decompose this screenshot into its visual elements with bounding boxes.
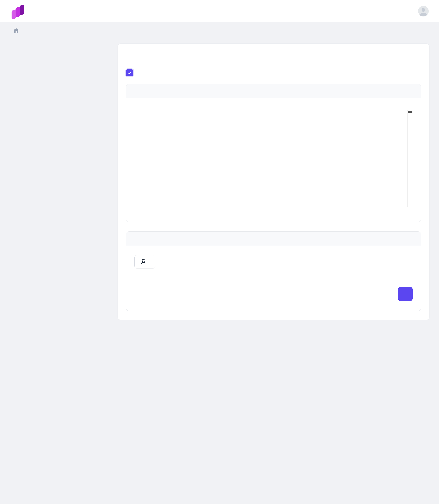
brand-logo[interactable] bbox=[10, 3, 26, 19]
secrets-card-header bbox=[126, 232, 421, 246]
enabled-checkbox[interactable] bbox=[126, 69, 133, 76]
editor-scrollbar-track[interactable] bbox=[407, 110, 413, 207]
brand-logo-icon bbox=[10, 3, 26, 19]
user-avatar-icon bbox=[418, 6, 429, 16]
editor-scrollbar-thumb[interactable] bbox=[408, 111, 413, 113]
flask-icon bbox=[140, 259, 146, 265]
form-footer bbox=[126, 278, 421, 311]
user-avatar[interactable] bbox=[418, 6, 429, 16]
check-icon bbox=[127, 70, 132, 75]
yaml-editor[interactable] bbox=[134, 110, 413, 207]
main-panel bbox=[118, 44, 429, 320]
enabled-row bbox=[118, 61, 429, 76]
page-title bbox=[0, 34, 439, 37]
breadcrumb bbox=[0, 22, 439, 34]
configuration-card bbox=[126, 84, 421, 222]
secrets-card bbox=[126, 232, 421, 311]
save-configuration-button[interactable] bbox=[398, 287, 413, 301]
test-connection-button[interactable] bbox=[134, 255, 155, 269]
configuration-card-header bbox=[126, 84, 421, 98]
sidebar bbox=[10, 44, 110, 45]
home-icon[interactable] bbox=[13, 27, 19, 34]
top-nav bbox=[0, 0, 439, 22]
panel-header bbox=[118, 44, 429, 61]
